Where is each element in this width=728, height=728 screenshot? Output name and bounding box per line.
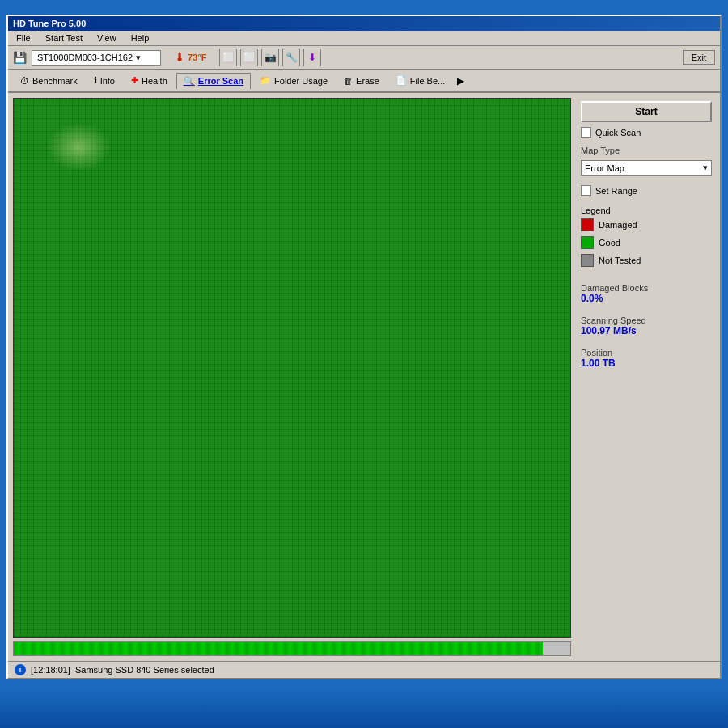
- menu-help[interactable]: Help: [128, 32, 153, 44]
- temperature-value: 73°F: [188, 53, 206, 62]
- health-icon: ✚: [131, 75, 138, 86]
- scanning-speed-section: Scanning Speed 100.97 MB/s: [581, 315, 712, 336]
- right-panel: Start Quick Scan Map Type Error Map ▾ Se…: [578, 98, 715, 656]
- scanning-speed-value: 100.97 MB/s: [581, 325, 712, 336]
- quick-scan-checkbox[interactable]: [581, 127, 591, 138]
- map-type-dropdown[interactable]: Error Map ▾: [581, 160, 712, 176]
- set-range-row: Set Range: [581, 185, 712, 196]
- legend-not-tested: Not Tested: [581, 254, 712, 267]
- not-tested-color-swatch: [581, 254, 594, 267]
- start-button[interactable]: Start: [581, 101, 712, 122]
- app-title: HD Tune Pro 5.00: [13, 19, 86, 28]
- folder-icon: 📁: [260, 75, 271, 86]
- progress-bar-container: [13, 641, 571, 656]
- status-bar: i [12:18:01] Samsung SSD 840 Series sele…: [8, 661, 720, 678]
- error-scan-icon: 🔍: [184, 76, 195, 87]
- camera-icon[interactable]: 📷: [261, 49, 279, 66]
- map-grid: [14, 99, 570, 637]
- position-label: Position: [581, 348, 712, 358]
- nav-tabs: ⏱ Benchmark ℹ Info ✚ Health 🔍 Error Scan…: [8, 70, 720, 93]
- error-map: [13, 98, 571, 638]
- legend-good: Good: [581, 236, 712, 249]
- content-area: Start Quick Scan Map Type Error Map ▾ Se…: [8, 93, 720, 661]
- taskbar: [0, 688, 728, 728]
- file-icon: 📄: [396, 75, 407, 86]
- position-value: 1.00 TB: [581, 358, 712, 369]
- menu-start-test[interactable]: Start Test: [42, 32, 86, 44]
- tab-info[interactable]: ℹ Info: [87, 72, 122, 89]
- quick-scan-label: Quick Scan: [595, 128, 641, 138]
- download-icon[interactable]: ⬇: [303, 49, 321, 66]
- erase-icon: 🗑: [344, 76, 353, 86]
- menu-view[interactable]: View: [94, 32, 120, 44]
- set-range-checkbox[interactable]: [581, 185, 591, 196]
- exit-button[interactable]: Exit: [683, 50, 715, 65]
- status-message: Samsung SSD 840 Series selected: [75, 665, 214, 675]
- legend-section: Legend Damaged Good Not Tested: [581, 205, 712, 272]
- thermometer-icon: 🌡: [174, 51, 185, 64]
- tab-info-label: Info: [100, 76, 115, 86]
- map-area: [13, 98, 571, 656]
- tab-folder-usage[interactable]: 📁 Folder Usage: [252, 72, 335, 89]
- drive-selector[interactable]: ST1000DM003-1CH162 ▾: [32, 50, 161, 66]
- map-type-arrow-icon: ▾: [703, 163, 708, 173]
- benchmark-icon: ⏱: [20, 76, 29, 86]
- tab-erase[interactable]: 🗑 Erase: [336, 73, 387, 89]
- map-bright-spot: [46, 123, 111, 171]
- position-section: Position 1.00 TB: [581, 348, 712, 369]
- damaged-blocks-section: Damaged Blocks 0.0%: [581, 283, 712, 304]
- tab-error-scan[interactable]: 🔍 Error Scan: [176, 73, 251, 89]
- tab-file-benchmark-label: File Be...: [410, 76, 445, 86]
- copy2-icon[interactable]: ⬜: [240, 49, 258, 66]
- temperature-display: 🌡 73°F: [174, 51, 206, 64]
- damaged-label: Damaged: [599, 220, 637, 230]
- status-info-icon: i: [15, 664, 26, 675]
- legend-title: Legend: [581, 205, 712, 215]
- damaged-blocks-label: Damaged Blocks: [581, 283, 712, 293]
- drive-name: ST1000DM003-1CH162: [37, 53, 133, 62]
- filter-icon[interactable]: 🔧: [282, 49, 300, 66]
- hdd-icon: 💾: [13, 51, 27, 64]
- tab-folder-usage-label: Folder Usage: [274, 76, 328, 86]
- tab-erase-label: Erase: [356, 76, 379, 86]
- tab-benchmark-label: Benchmark: [32, 76, 78, 86]
- legend-damaged: Damaged: [581, 218, 712, 231]
- good-label: Good: [599, 238, 620, 248]
- info-icon: ℹ: [94, 75, 97, 86]
- status-timestamp: [12:18:01]: [31, 665, 70, 675]
- scanning-speed-label: Scanning Speed: [581, 315, 712, 325]
- damaged-blocks-value: 0.0%: [581, 293, 712, 304]
- not-tested-label: Not Tested: [599, 256, 641, 265]
- tab-health[interactable]: ✚ Health: [124, 72, 175, 89]
- title-bar: HD Tune Pro 5.00: [8, 16, 720, 31]
- menu-file[interactable]: File: [13, 32, 34, 44]
- toolbar: 💾 ST1000DM003-1CH162 ▾ 🌡 73°F ⬜ ⬜ 📷 🔧 ⬇ …: [8, 46, 720, 70]
- toolbar-icons: ⬜ ⬜ 📷 🔧 ⬇: [219, 49, 321, 66]
- map-type-value: Error Map: [585, 163, 624, 173]
- more-tabs-icon[interactable]: ▶: [457, 75, 464, 87]
- tab-health-label: Health: [142, 76, 167, 86]
- damaged-color-swatch: [581, 218, 594, 231]
- progress-bar-fill: [14, 642, 543, 655]
- menu-bar: File Start Test View Help: [8, 31, 720, 46]
- quick-scan-row: Quick Scan: [581, 127, 712, 138]
- tab-error-scan-label: Error Scan: [198, 76, 243, 86]
- main-window: HD Tune Pro 5.00 File Start Test View He…: [6, 15, 722, 679]
- map-type-label: Map Type: [581, 146, 712, 155]
- good-color-swatch: [581, 236, 594, 249]
- copy-icon[interactable]: ⬜: [219, 49, 237, 66]
- set-range-label: Set Range: [595, 186, 637, 196]
- tab-file-benchmark[interactable]: 📄 File Be...: [388, 72, 452, 89]
- tab-benchmark[interactable]: ⏱ Benchmark: [13, 73, 85, 89]
- dropdown-arrow-icon: ▾: [136, 53, 141, 63]
